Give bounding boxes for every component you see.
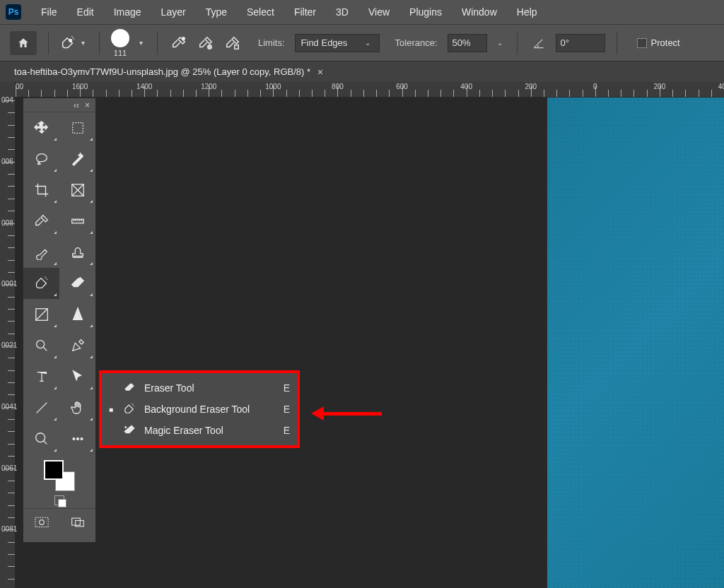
tool-sharpen[interactable] bbox=[59, 299, 95, 330]
flyout-shortcut: E bbox=[284, 425, 290, 436]
separator bbox=[157, 32, 158, 54]
menu-layer[interactable]: Layer bbox=[151, 2, 196, 22]
menu-help[interactable]: Help bbox=[507, 2, 547, 22]
stamp-icon bbox=[70, 245, 86, 260]
tool-zoom[interactable] bbox=[23, 423, 59, 454]
ruler-vertical[interactable]: 40060080010001200140016001800 bbox=[0, 82, 16, 588]
flyout-item-eraser[interactable]: Eraser Tool E bbox=[102, 377, 297, 399]
tool-more[interactable] bbox=[59, 423, 95, 454]
limits-select[interactable]: Find Edges ⌄ bbox=[295, 34, 380, 52]
tool-ruler[interactable] bbox=[59, 206, 95, 237]
tool-brush[interactable] bbox=[23, 237, 59, 268]
flyout-item-magic-eraser[interactable]: Magic Eraser Tool E bbox=[102, 420, 297, 441]
menu-image[interactable]: Image bbox=[104, 2, 151, 22]
flyout-item-label: Magic Eraser Tool bbox=[144, 425, 276, 436]
menu-3d[interactable]: 3D bbox=[326, 2, 358, 22]
svg-rect-15 bbox=[71, 518, 80, 525]
ruler-tick-label: 400 bbox=[460, 83, 472, 90]
flyout-shortcut: E bbox=[284, 404, 290, 415]
protect-label: Protect bbox=[651, 37, 680, 48]
ruler-tick-label: 1000 bbox=[1, 281, 17, 287]
tool-frame[interactable] bbox=[59, 175, 95, 206]
close-icon[interactable]: × bbox=[317, 66, 323, 78]
ruler-tick-label: 1200 bbox=[201, 83, 216, 90]
tool-move[interactable] bbox=[23, 112, 59, 143]
menu-view[interactable]: View bbox=[358, 2, 399, 22]
collapse-icon[interactable]: ‹‹ bbox=[74, 100, 79, 110]
tool-eyedropper[interactable] bbox=[23, 206, 59, 237]
crop-icon bbox=[34, 182, 49, 198]
eraser-icon bbox=[122, 382, 137, 394]
chevron-down-icon[interactable]: ⌄ bbox=[494, 39, 506, 47]
tool-gradient[interactable] bbox=[23, 299, 59, 330]
tolerance-value: 50% bbox=[452, 37, 471, 48]
sampling-once-button[interactable] bbox=[196, 33, 216, 53]
limits-value: Find Edges bbox=[301, 37, 348, 48]
eyedropper-once-icon bbox=[198, 35, 214, 51]
brush-preset-picker[interactable]: 111 bbox=[111, 29, 129, 57]
home-button[interactable] bbox=[10, 31, 37, 55]
tool-pen[interactable] bbox=[59, 330, 95, 361]
foreground-color-swatch[interactable] bbox=[44, 460, 64, 480]
active-tool-indicator[interactable]: ▾ bbox=[60, 35, 88, 51]
menu-edit[interactable]: Edit bbox=[67, 2, 104, 22]
tool-marquee[interactable] bbox=[59, 112, 95, 143]
eraser-tool-flyout: Eraser Tool E ■ Background Eraser Tool E… bbox=[99, 370, 300, 448]
canvas-area[interactable] bbox=[16, 98, 724, 588]
sharpen-icon bbox=[70, 307, 86, 322]
path-select-icon bbox=[70, 369, 86, 384]
ruler-horizontal[interactable]: 180016001400120010008006004002000200400 bbox=[0, 82, 724, 98]
document-tab[interactable]: toa-heftiba-O3ymvT7Wf9U-unsplash.jpg @ 2… bbox=[8, 61, 329, 82]
tool-hand[interactable] bbox=[59, 392, 95, 423]
menu-plugins[interactable]: Plugins bbox=[399, 2, 452, 22]
tool-type[interactable] bbox=[23, 361, 59, 392]
separator bbox=[99, 32, 100, 54]
tool-eraser[interactable] bbox=[59, 268, 95, 299]
ruler-tick-label: 600 bbox=[396, 83, 408, 90]
menu-type[interactable]: Type bbox=[196, 2, 237, 22]
sampling-bg-swatch-button[interactable] bbox=[223, 33, 243, 53]
svg-point-12 bbox=[81, 438, 83, 440]
default-colors-icon[interactable] bbox=[54, 495, 64, 505]
eyedropper-swatch-icon bbox=[225, 35, 240, 51]
flyout-shortcut: E bbox=[284, 382, 290, 394]
screen-mode-icon[interactable] bbox=[71, 517, 85, 528]
more-icon bbox=[70, 431, 86, 447]
tool-line-tool[interactable] bbox=[23, 392, 59, 423]
ruler-tick-label: 800 bbox=[332, 83, 344, 90]
chevron-down-icon[interactable]: ▾ bbox=[136, 39, 146, 47]
protect-checkbox[interactable]: Protect bbox=[637, 37, 680, 48]
menu-filter[interactable]: Filter bbox=[284, 2, 326, 22]
svg-point-1 bbox=[182, 37, 185, 40]
tool-lasso[interactable] bbox=[23, 143, 59, 175]
tool-crop[interactable] bbox=[23, 175, 59, 206]
workspace: 180016001400120010008006004002000200400 … bbox=[0, 82, 724, 588]
dodge-icon bbox=[34, 338, 49, 353]
color-swatches bbox=[23, 454, 95, 508]
tool-eraser-bg[interactable] bbox=[23, 268, 59, 299]
angle-input[interactable]: 0° bbox=[556, 34, 605, 52]
fg-bg-swatch[interactable] bbox=[44, 460, 75, 491]
ruler-tick-label: 1400 bbox=[1, 404, 17, 410]
limits-label: Limits: bbox=[258, 37, 285, 48]
flyout-item-bg-eraser[interactable]: ■ Background Eraser Tool E bbox=[102, 399, 297, 420]
checkbox-box-icon bbox=[637, 38, 647, 48]
tool-path-select[interactable] bbox=[59, 361, 95, 392]
tolerance-input[interactable]: 50% bbox=[448, 34, 487, 52]
eraser-icon bbox=[70, 276, 86, 291]
tool-magic-wand[interactable] bbox=[59, 143, 95, 175]
tool-dodge[interactable] bbox=[23, 330, 59, 361]
tool-stamp[interactable] bbox=[59, 237, 95, 268]
quickmask-icon[interactable] bbox=[35, 517, 49, 528]
angle-icon bbox=[529, 34, 549, 52]
menu-file[interactable]: File bbox=[31, 2, 67, 22]
ruler-icon bbox=[70, 213, 86, 229]
sampling-continuous-button[interactable] bbox=[169, 33, 189, 53]
panel-header: ‹‹ × bbox=[23, 98, 95, 112]
close-icon[interactable]: × bbox=[85, 100, 90, 110]
canvas-document[interactable] bbox=[547, 98, 724, 588]
lasso-icon bbox=[34, 151, 49, 167]
menu-select[interactable]: Select bbox=[237, 2, 284, 22]
home-icon bbox=[17, 37, 30, 49]
menu-window[interactable]: Window bbox=[452, 2, 507, 22]
